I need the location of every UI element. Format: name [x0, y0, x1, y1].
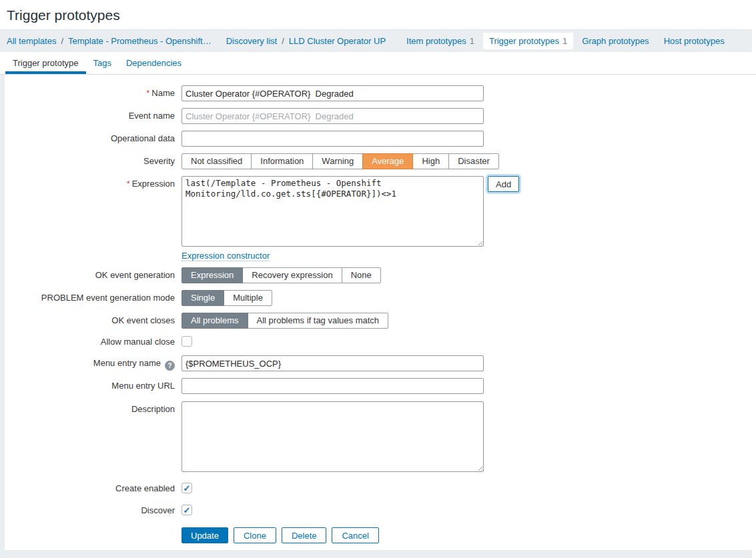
tab-bar: Trigger prototype Tags Dependencies [0, 52, 756, 75]
allow-manual-close-label: Allow manual close [0, 335, 181, 347]
problem-event-mode-label: PROBLEM event generation mode [0, 290, 181, 303]
ok-event-closes-row: OK event closes All problems All problem… [0, 313, 756, 329]
nav-item-label: Trigger prototypes [489, 36, 559, 46]
name-input[interactable] [181, 85, 484, 101]
menu-entry-url-row: Menu entry URL [0, 378, 756, 394]
page-bottom-margin [0, 550, 752, 558]
ok-event-generation-segmented-control: Expression Recovery expression None [181, 267, 381, 283]
expression-label: *Expression [0, 176, 181, 189]
operational-data-row: Operational data [0, 131, 756, 147]
severity-label: Severity [0, 153, 181, 166]
ok-event-generation-option-recovery-expression[interactable]: Recovery expression [242, 267, 342, 283]
name-row: *Name [0, 85, 756, 101]
create-enabled-row: Create enabled ✓ [0, 482, 756, 493]
event-name-input[interactable] [181, 108, 484, 124]
ok-event-closes-option-tag-values-match[interactable]: All problems if tag values match [248, 313, 389, 329]
breadcrumb-all-templates[interactable]: All templates [7, 36, 56, 46]
breadcrumb-template-name[interactable]: Template - Prometheus - Openshift… [68, 36, 212, 46]
update-button[interactable]: Update [181, 527, 228, 543]
nav-item-count: 1 [470, 36, 474, 46]
tab-trigger-prototype[interactable]: Trigger prototype [5, 52, 86, 74]
ok-event-closes-option-all-problems[interactable]: All problems [181, 313, 248, 329]
nav-item-label: Graph prototypes [582, 36, 649, 46]
severity-option-warning[interactable]: Warning [312, 153, 363, 169]
severity-option-information[interactable]: Information [251, 153, 313, 169]
nav-item-item-prototypes[interactable]: Item prototypes 1 [400, 33, 480, 49]
description-row: Description [0, 401, 756, 472]
discover-checkbox[interactable]: ✓ [181, 505, 192, 515]
severity-option-disaster[interactable]: Disaster [448, 153, 499, 169]
check-icon: ✓ [183, 506, 191, 515]
expression-textarea[interactable]: last(/Template - Prometheus - Openshift … [181, 176, 484, 247]
clone-button[interactable]: Clone [234, 527, 276, 543]
ok-event-generation-row: OK event generation Expression Recovery … [0, 267, 756, 283]
breadcrumb-separator: / [282, 36, 284, 46]
description-textarea[interactable] [181, 401, 484, 472]
nav-item-host-prototypes[interactable]: Host prototypes [658, 33, 731, 49]
breadcrumb: All templates / Template - Prometheus - … [0, 29, 752, 52]
form-actions: Update Clone Delete Cancel [181, 527, 756, 543]
page-header: Trigger prototypes [0, 0, 756, 29]
event-name-label: Event name [0, 108, 181, 121]
expression-constructor-link[interactable]: Expression constructor [181, 251, 270, 261]
delete-button[interactable]: Delete [282, 527, 327, 543]
menu-entry-url-input[interactable] [181, 378, 484, 394]
menu-entry-name-input[interactable] [181, 355, 484, 371]
breadcrumb-separator: / [61, 36, 63, 46]
severity-row: Severity Not classified Information Warn… [0, 153, 756, 169]
ok-event-generation-option-none[interactable]: None [342, 267, 381, 283]
breadcrumb-discovery-list[interactable]: Discovery list [226, 36, 278, 46]
add-expression-button[interactable]: Add [488, 176, 519, 192]
cancel-button[interactable]: Cancel [332, 527, 378, 543]
ok-event-closes-label: OK event closes [0, 313, 181, 325]
operational-data-label: Operational data [0, 131, 181, 143]
nav-item-count: 1 [562, 36, 567, 46]
tab-dependencies[interactable]: Dependencies [119, 52, 189, 74]
menu-entry-name-row: Menu entry name? [0, 355, 756, 371]
breadcrumb-lld-rule[interactable]: LLD Cluster Operator UP [289, 36, 386, 46]
nav-item-label: Item prototypes [406, 36, 466, 46]
allow-manual-close-row: Allow manual close [0, 335, 756, 347]
required-asterisk: * [146, 88, 149, 98]
severity-option-not-classified[interactable]: Not classified [181, 153, 252, 169]
discover-row: Discover ✓ [0, 504, 756, 515]
required-asterisk: * [127, 179, 130, 189]
menu-entry-url-label: Menu entry URL [0, 378, 181, 391]
menu-entry-name-label: Menu entry name? [0, 355, 181, 371]
allow-manual-close-checkbox[interactable] [181, 336, 192, 347]
nav-item-trigger-prototypes[interactable]: Trigger prototypes 1 [483, 33, 573, 49]
expression-row: *Expression last(/Template - Prometheus … [0, 176, 756, 261]
create-enabled-checkbox[interactable]: ✓ [181, 483, 192, 493]
page: Trigger prototypes All templates / Templ… [0, 0, 756, 543]
problem-event-mode-segmented-control: Single Multiple [181, 290, 272, 306]
tab-tags[interactable]: Tags [86, 52, 119, 74]
problem-event-mode-option-multiple[interactable]: Multiple [224, 290, 272, 306]
discover-label: Discover [0, 504, 181, 515]
severity-option-high[interactable]: High [412, 153, 449, 169]
help-icon[interactable]: ? [165, 361, 175, 371]
page-title: Trigger prototypes [7, 7, 756, 23]
trigger-prototype-form: *Name Event name Operational data Severi… [0, 75, 756, 543]
description-label: Description [0, 401, 181, 414]
check-icon: ✓ [183, 484, 191, 493]
nav-item-label: Host prototypes [664, 36, 725, 46]
ok-event-generation-label: OK event generation [0, 267, 181, 280]
ok-event-generation-option-expression[interactable]: Expression [181, 267, 243, 283]
ok-event-closes-segmented-control: All problems All problems if tag values … [181, 313, 388, 329]
operational-data-input[interactable] [181, 131, 484, 147]
page-left-margin [0, 75, 5, 558]
severity-option-average[interactable]: Average [362, 153, 413, 169]
create-enabled-label: Create enabled [0, 482, 181, 493]
severity-segmented-control: Not classified Information Warning Avera… [181, 153, 499, 169]
name-label: *Name [0, 85, 181, 98]
nav-item-graph-prototypes[interactable]: Graph prototypes [576, 33, 655, 49]
problem-event-mode-row: PROBLEM event generation mode Single Mul… [0, 290, 756, 306]
problem-event-mode-option-single[interactable]: Single [181, 290, 224, 306]
event-name-row: Event name [0, 108, 756, 124]
